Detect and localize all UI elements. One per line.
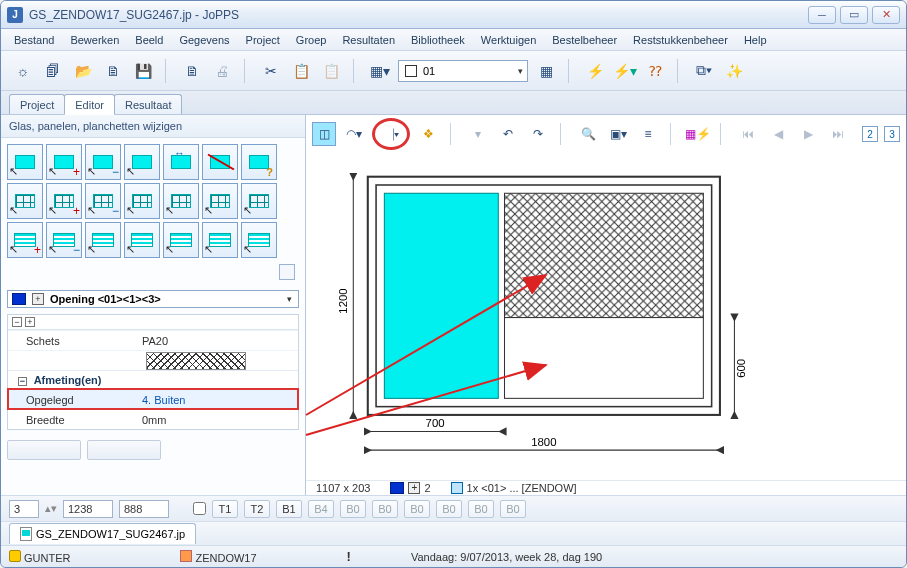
prop-hatch[interactable] [8, 350, 298, 370]
open-icon[interactable]: 📂 [71, 59, 95, 83]
wand-icon[interactable]: ✨ [722, 59, 746, 83]
chip-b0a[interactable]: B0 [340, 500, 366, 518]
tool-grid-e[interactable]: ↖ [241, 183, 277, 219]
menu-bestand[interactable]: Bestand [7, 32, 61, 48]
cancel-button[interactable] [87, 440, 161, 460]
ct-profile-icon[interactable]: ⎹▾ [379, 122, 403, 146]
menu-project[interactable]: Project [239, 32, 287, 48]
ct-dropdown-icon[interactable]: ▾ [466, 122, 490, 146]
tab-editor[interactable]: Editor [64, 94, 115, 115]
drawing-canvas[interactable]: 1200 600 700 1800 [316, 155, 896, 478]
minimize-button[interactable]: ─ [808, 6, 836, 24]
doc-icon[interactable]: 🗎 [180, 59, 204, 83]
ct-next-icon[interactable]: ▶ [796, 122, 820, 146]
tool-grid-select[interactable]: ↖ [7, 183, 43, 219]
chip-check[interactable] [193, 502, 206, 515]
prop-breedte[interactable]: Breedte 0mm [8, 409, 298, 429]
opening-selector[interactable]: + Opening <01><1><3> [7, 290, 299, 308]
menu-bewerken[interactable]: Bewerken [63, 32, 126, 48]
tool-pane-select[interactable]: ↖ [7, 144, 43, 180]
save-icon[interactable]: 💾 [131, 59, 155, 83]
maximize-button[interactable]: ▭ [840, 6, 868, 24]
tool-grid-c[interactable]: ↖ [163, 183, 199, 219]
menu-help[interactable]: Help [737, 32, 774, 48]
ct-redo-icon[interactable]: ↷ [526, 122, 550, 146]
ct-zoom-icon[interactable]: 🔍 [576, 122, 600, 146]
file-tab[interactable]: GS_ZENDOW17_SUG2467.jp [9, 523, 196, 544]
grid-warn-icon[interactable]: ▦ [534, 59, 558, 83]
chip-b0c[interactable]: B0 [404, 500, 430, 518]
menu-werktuigen[interactable]: Werktuigen [474, 32, 543, 48]
lightning2-icon[interactable]: ⚡▾ [613, 59, 637, 83]
ct-first-icon[interactable]: ⏮ [736, 122, 760, 146]
tool-grid-remove[interactable]: ↖− [85, 183, 121, 219]
chip-b0b[interactable]: B0 [372, 500, 398, 518]
tool-pane-delete[interactable] [202, 144, 238, 180]
ct-arc-icon[interactable]: ◠▾ [342, 122, 366, 146]
tool-pane-add[interactable]: ↖+ [46, 144, 82, 180]
num-field-3[interactable]: 888 [119, 500, 169, 518]
num-field-1[interactable]: 3 [9, 500, 39, 518]
ct-rect-icon[interactable]: ▣▾ [606, 122, 630, 146]
menu-reststukkenbeheer[interactable]: Reststukkenbeheer [626, 32, 735, 48]
print-icon[interactable]: 🖨 [210, 59, 234, 83]
panel-dropdown-icon[interactable]: ⧉▾ [692, 59, 716, 83]
menu-groep[interactable]: Groep [289, 32, 334, 48]
ct-check-2[interactable]: 2 [862, 126, 878, 142]
tab-project[interactable]: Project [9, 94, 65, 114]
chip-t1[interactable]: T1 [212, 500, 238, 518]
prop-section-afmeting[interactable]: − Afmeting(en) [8, 370, 298, 389]
num-field-2[interactable]: 1238 [63, 500, 113, 518]
ct-flash-icon[interactable]: ▦⚡ [686, 122, 710, 146]
tool-lines-a[interactable]: ↖+ [7, 222, 43, 258]
menu-bestelbeheer[interactable]: Bestelbeheer [545, 32, 624, 48]
db-help-icon[interactable]: ⁇ [643, 59, 667, 83]
chip-b1[interactable]: B1 [276, 500, 302, 518]
ct-align-icon[interactable]: ≡ [636, 122, 660, 146]
tool-lines-f[interactable]: ↖ [202, 222, 238, 258]
chip-b0e[interactable]: B0 [468, 500, 494, 518]
tool-more[interactable] [279, 264, 295, 280]
prop-head[interactable]: − + [8, 315, 298, 330]
chip-t2[interactable]: T2 [244, 500, 270, 518]
prop-opgelegd[interactable]: Opgelegd 4. Buiten [8, 389, 298, 409]
tool-lines-g[interactable]: ↖ [241, 222, 277, 258]
grid-dropdown-icon[interactable]: ▦▾ [368, 59, 392, 83]
tool-pane-drag[interactable]: ↖ [124, 144, 160, 180]
import-icon[interactable]: 🗎 [101, 59, 125, 83]
ct-last-icon[interactable]: ⏭ [826, 122, 850, 146]
tool-lines-c[interactable]: ↖ [85, 222, 121, 258]
new-icon[interactable]: ☼ [11, 59, 35, 83]
tool-pane-info[interactable]: ? [241, 144, 277, 180]
close-button[interactable]: ✕ [872, 6, 900, 24]
layout-combo[interactable]: 01 [398, 60, 528, 82]
tool-lines-d[interactable]: ↖ [124, 222, 160, 258]
tool-grid-b[interactable]: ↖ [124, 183, 160, 219]
chip-b0f[interactable]: B0 [500, 500, 526, 518]
tool-grid-d[interactable]: ↖ [202, 183, 238, 219]
ct-check-3[interactable]: 3 [884, 126, 900, 142]
tool-lines-e[interactable]: ↖ [163, 222, 199, 258]
prop-schets[interactable]: Schets PA20 [8, 330, 298, 350]
ct-undo-icon[interactable]: ↶ [496, 122, 520, 146]
menu-resultaten[interactable]: Resultaten [335, 32, 402, 48]
tool-grid-add[interactable]: ↖+ [46, 183, 82, 219]
menu-gegevens[interactable]: Gegevens [172, 32, 236, 48]
menu-beeld[interactable]: Beeld [128, 32, 170, 48]
tool-lines-b[interactable]: ↖− [46, 222, 82, 258]
cut-icon[interactable]: ✂ [259, 59, 283, 83]
tab-resultaat[interactable]: Resultaat [114, 94, 182, 114]
tool-pane-remove[interactable]: ↖− [85, 144, 121, 180]
ct-prev-icon[interactable]: ◀ [766, 122, 790, 146]
copy-doc-icon[interactable]: 🗐 [41, 59, 65, 83]
ct-sash-icon[interactable]: ◫ [312, 122, 336, 146]
chip-b0d[interactable]: B0 [436, 500, 462, 518]
apply-button[interactable] [7, 440, 81, 460]
lightning-icon[interactable]: ⚡ [583, 59, 607, 83]
paste-icon[interactable]: 📋 [289, 59, 313, 83]
chip-b4[interactable]: B4 [308, 500, 334, 518]
menu-bibliotheek[interactable]: Bibliotheek [404, 32, 472, 48]
clipboard-icon[interactable]: 📋 [319, 59, 343, 83]
tool-pane-split[interactable]: ↔ [163, 144, 199, 180]
ct-layers-icon[interactable]: ❖ [416, 122, 440, 146]
